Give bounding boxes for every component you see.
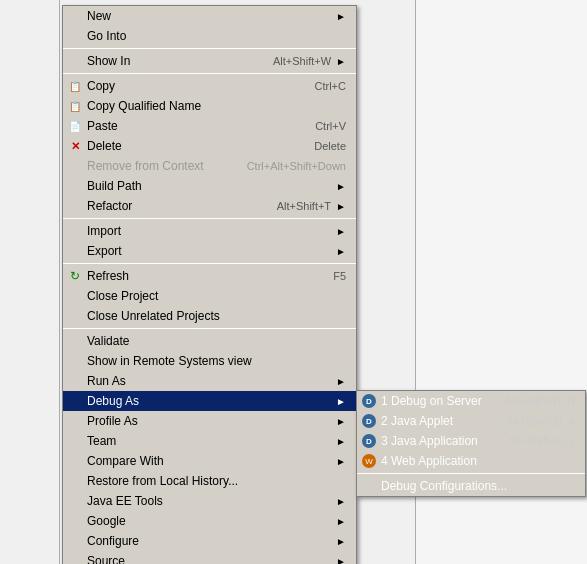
menu-item-export[interactable]: Export ► (63, 241, 356, 261)
menu-item-import[interactable]: Import ► (63, 221, 356, 241)
web-app-icon: W (361, 453, 377, 469)
arrow-icon: ► (336, 456, 346, 467)
menu-item-debug-as[interactable]: Debug As ► D 1 Debug on Server Alt+Shift… (63, 391, 356, 411)
arrow-icon: ► (336, 556, 346, 565)
java-app-icon: D (361, 433, 377, 449)
arrow-icon: ► (336, 246, 346, 257)
separator-5 (63, 328, 356, 329)
menu-item-paste[interactable]: 📄 Paste Ctrl+V (63, 116, 356, 136)
separator-4 (63, 263, 356, 264)
separator-3 (63, 218, 356, 219)
arrow-icon: ► (336, 226, 346, 237)
menu-item-refactor[interactable]: Refactor Alt+Shift+T ► (63, 196, 356, 216)
submenu-separator (357, 473, 585, 474)
debug-server-icon: D (361, 393, 377, 409)
separator-1 (63, 48, 356, 49)
menu-item-close-unrelated[interactable]: Close Unrelated Projects (63, 306, 356, 326)
menu-item-configure[interactable]: Configure ► (63, 531, 356, 551)
menu-item-show-in[interactable]: Show In Alt+Shift+W ► (63, 51, 356, 71)
submenu-item-debug-on-server[interactable]: D 1 Debug on Server Alt+Shift+D, R (357, 391, 585, 411)
menu-item-new[interactable]: New ► (63, 6, 356, 26)
menu-item-remove-from-context[interactable]: Remove from Context Ctrl+Alt+Shift+Down (63, 156, 356, 176)
menu-item-profile-as[interactable]: Profile As ► (63, 411, 356, 431)
arrow-icon: ► (336, 416, 346, 427)
arrow-icon: ► (336, 56, 346, 67)
delete-icon: ✕ (67, 138, 83, 154)
separator-2 (63, 73, 356, 74)
menu-item-compare-with[interactable]: Compare With ► (63, 451, 356, 471)
menu-item-java-ee-tools[interactable]: Java EE Tools ► (63, 491, 356, 511)
java-applet-icon: D (361, 413, 377, 429)
menu-item-close-project[interactable]: Close Project (63, 286, 356, 306)
arrow-icon: ► (336, 201, 346, 212)
menu-item-copy-qualified-name[interactable]: 📋 Copy Qualified Name (63, 96, 356, 116)
tree-panel (0, 0, 60, 564)
copy-qualified-icon: 📋 (67, 98, 83, 114)
refresh-icon: ↻ (67, 268, 83, 284)
menu-item-source[interactable]: Source ► (63, 551, 356, 564)
menu-item-show-remote[interactable]: Show in Remote Systems view (63, 351, 356, 371)
menu-item-google[interactable]: Google ► (63, 511, 356, 531)
copy-icon: 📋 (67, 78, 83, 94)
arrow-icon: ► (336, 11, 346, 22)
arrow-icon: ► (336, 181, 346, 192)
debug-as-submenu: D 1 Debug on Server Alt+Shift+D, R D 2 J… (356, 390, 586, 497)
arrow-icon: ► (336, 536, 346, 547)
arrow-icon: ► (336, 516, 346, 527)
arrow-icon: ► (336, 396, 346, 407)
menu-item-refresh[interactable]: ↻ Refresh F5 (63, 266, 356, 286)
menu-item-restore-local[interactable]: Restore from Local History... (63, 471, 356, 491)
menu-item-build-path[interactable]: Build Path ► (63, 176, 356, 196)
submenu-item-debug-configurations[interactable]: Debug Configurations... (357, 476, 585, 496)
arrow-icon: ► (336, 376, 346, 387)
context-menu: New ► Go Into Show In Alt+Shift+W ► 📋 Co… (62, 5, 357, 564)
menu-item-run-as[interactable]: Run As ► (63, 371, 356, 391)
menu-item-copy[interactable]: 📋 Copy Ctrl+C (63, 76, 356, 96)
paste-icon: 📄 (67, 118, 83, 134)
menu-item-delete[interactable]: ✕ Delete Delete (63, 136, 356, 156)
menu-item-team[interactable]: Team ► (63, 431, 356, 451)
submenu-item-java-applet[interactable]: D 2 Java Applet Alt+Shift+D, A (357, 411, 585, 431)
submenu-item-web-application[interactable]: W 4 Web Application (357, 451, 585, 471)
menu-item-validate[interactable]: Validate (63, 331, 356, 351)
arrow-icon: ► (336, 496, 346, 507)
arrow-icon: ► (336, 436, 346, 447)
submenu-item-java-application[interactable]: D 3 Java Application Alt+Shift+D, J (357, 431, 585, 451)
menu-item-go-into[interactable]: Go Into (63, 26, 356, 46)
